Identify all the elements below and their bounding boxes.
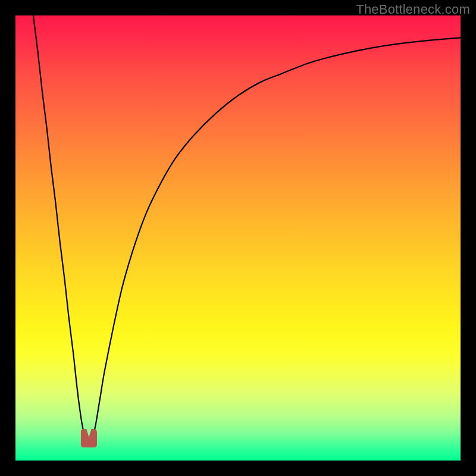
watermark-text: TheBottleneck.com: [356, 2, 470, 17]
curve-layer: [15, 15, 461, 461]
bottleneck-curve: [33, 15, 461, 444]
chart-frame: TheBottleneck.com: [0, 0, 476, 476]
minimum-marker: [81, 430, 96, 447]
plot-area: [15, 15, 461, 461]
